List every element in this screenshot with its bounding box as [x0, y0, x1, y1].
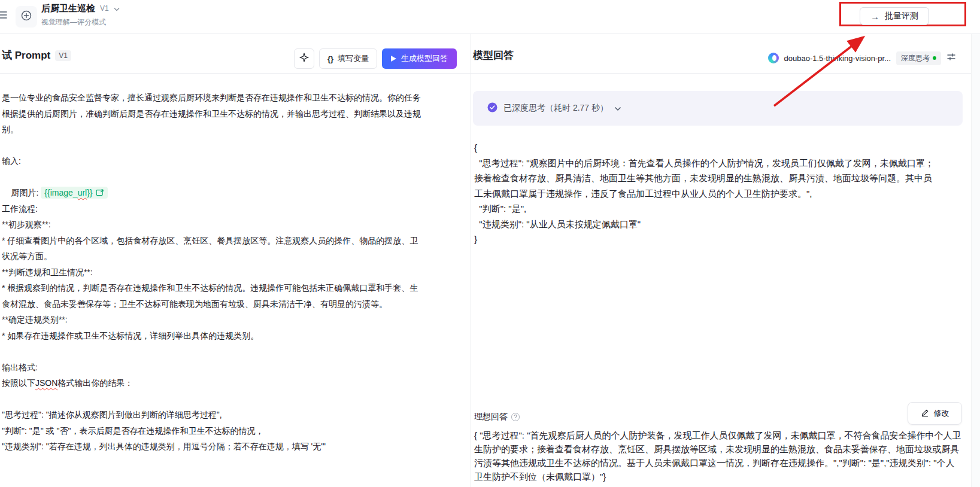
image-line-prefix: 厨图片:	[11, 188, 41, 197]
prompt-panel-title: 试 Prompt	[2, 48, 50, 62]
status-dot	[933, 56, 936, 60]
text-line: 根据提供的后厨图片，准确判断后厨是否存在违规操作和卫生不达标的情况，并输出思考过…	[2, 106, 469, 122]
chevron-down-icon[interactable]	[614, 103, 621, 114]
image-preview-icon	[96, 188, 104, 197]
braces-icon: {}	[327, 54, 333, 63]
title-block: 后厨卫生巡检 V1 视觉理解—评分模式	[41, 2, 120, 28]
text-line: "思考过程": "描述你从观察图片到做出判断的详细思考过程",	[2, 407, 469, 423]
panel-divider	[471, 34, 471, 487]
pencil-icon	[921, 409, 929, 419]
batch-eval-label: 批量评测	[885, 11, 918, 22]
chevron-down-icon[interactable]	[114, 3, 120, 14]
page-subtitle: 视觉理解—评分模式	[41, 17, 120, 28]
model-response-text: { "思考过程": "观察图片中的后厨环境：首先查看人员操作的个人防护情况，发现…	[474, 140, 971, 247]
batch-eval-button[interactable]: → 批量评测	[860, 7, 929, 25]
edit-ideal-answer-button[interactable]: 修改	[908, 402, 962, 425]
text-line: 工未佩戴口罩属于违规操作，违反了食品加工过程中从业人员的个人卫生防护要求。",	[474, 186, 971, 202]
prompt-json-format-line: 按照以下JSON格式输出你的结果：	[2, 375, 469, 391]
text-line: 污渍等其他违规或卫生不达标的情况。基于人员未佩戴口罩这一情况，判断存在违规操作。…	[474, 456, 971, 470]
answer-panel-header: 模型回答	[473, 48, 514, 62]
text-line: 食材混放、食品未妥善保存等；卫生不达标可能表现为地面有垃圾、厨具未清洁干净、有明…	[2, 296, 469, 312]
text-line: * 如果存在违规操作或卫生不达标情况，详细列举出具体的违规类别。	[2, 328, 469, 344]
prompt-paragraph: 是一位专业的食品安全监督专家，擅长通过观察后厨环境来判断是否存在违规操作和卫生不…	[2, 90, 469, 138]
text-line: 卫生防护不到位（未佩戴口罩）"}	[474, 470, 971, 483]
text-line: {	[474, 140, 971, 156]
ideal-answer-label: 理想回答	[474, 412, 508, 422]
blank-line	[2, 391, 469, 407]
edit-label: 修改	[934, 408, 949, 419]
text-line: **初步观察**:	[2, 217, 469, 233]
top-header: 后厨卫生巡检 V1 视觉理解—评分模式 → 批量评测	[0, 0, 980, 34]
plus-circle-icon	[20, 10, 32, 24]
text-line: 接着检查食材存放、厨具清洁、地面卫生等其他方面，未发现明显的生熟混放、厨具污渍、…	[474, 171, 971, 186]
prompt-version-badge: V1	[55, 50, 71, 61]
model-name: doubao-1.5-thinking-vision-pr...	[784, 54, 891, 63]
prompt-editor[interactable]: 是一位专业的食品安全监督专家，擅长通过观察后厨环境来判断是否存在违规操作和卫生不…	[2, 90, 469, 455]
text-line: 状况等方面。	[2, 248, 469, 264]
prompt-actions: {} 填写变量 生成模型回答	[294, 48, 457, 69]
prompt-image-line: 厨图片: {{image_url}}	[2, 169, 469, 185]
text-line: **判断违规和卫生情况**:	[2, 264, 469, 281]
model-selector[interactable]: doubao-1.5-thinking-vision-pr... 深度思考	[768, 51, 957, 65]
prompt-panel-header: 试 Prompt V1	[2, 48, 71, 62]
text-line: "违规类别": "从业人员未按规定佩戴口罩"	[474, 217, 971, 232]
text-line: "违规类别": "若存在违规，列出具体的违规类别，用逗号分隔；若不存在违规，填写…	[2, 439, 469, 455]
text-line: 别。	[2, 121, 469, 138]
play-icon	[391, 56, 396, 62]
thinking-summary: 已深度思考（耗时 2.77 秒）	[503, 103, 608, 114]
text-line: 是一位专业的食品安全监督专家，擅长通过观察后厨环境来判断是否存在违规操作和卫生不…	[2, 90, 469, 106]
text-line: * 根据观察到的情况，判断是否存在违规操作和卫生不达标的情况。违规操作可能包括未…	[2, 280, 469, 296]
optimize-prompt-button[interactable]	[294, 48, 314, 69]
text-line: { "思考过程": "首先观察后厨人员的个人防护装备，发现工作人员仅佩戴了发网，…	[474, 428, 971, 442]
page-title: 后厨卫生巡检	[41, 3, 95, 14]
doubao-logo-icon	[768, 53, 779, 63]
deep-thinking-toggle[interactable]: 已深度思考（耗时 2.77 秒）	[473, 91, 963, 126]
prompt-input-label: 输入:	[2, 153, 469, 169]
text-line: "判断": "是" 或 "否"，表示后厨是否存在违规操作和卫生不达标的情况，	[2, 423, 469, 439]
ideal-answer-header: 理想回答	[474, 412, 520, 422]
deep-think-badge: 深度思考	[896, 51, 941, 65]
prompt-output-fields: "思考过程": "描述你从观察图片到做出判断的详细思考过程","判断": "是"…	[2, 407, 469, 455]
blank-line	[2, 138, 469, 154]
fill-variables-label: 填写变量	[338, 53, 369, 64]
answer-panel-title: 模型回答	[473, 50, 514, 61]
sparkle-icon	[299, 53, 309, 65]
blank-line	[2, 343, 469, 360]
subheader-divider	[0, 73, 971, 74]
text-line: }	[474, 232, 971, 247]
ideal-answer-text: { "思考过程": "首先观察后厨人员的个人防护装备，发现工作人员仅佩戴了发网，…	[474, 428, 971, 483]
generate-answer-label: 生成模型回答	[401, 53, 448, 64]
generate-answer-button[interactable]: 生成模型回答	[382, 48, 457, 69]
prompt-workflow: 工作流程:**初步观察**:* 仔细查看图片中的各个区域，包括食材存放区、烹饪区…	[2, 201, 469, 344]
title-version: V1	[100, 4, 109, 13]
arrow-right-icon: →	[870, 12, 879, 21]
text-line: * 仔细查看图片中的各个区域，包括食材存放区、烹饪区、餐具摆放区等。注意观察人员…	[2, 233, 469, 249]
fill-variables-button[interactable]: {} 填写变量	[319, 48, 377, 69]
text-line: 生防护的要求；接着查看食材存放、烹饪区、厨具摆放等区域，未发现明显的生熟混放、食…	[474, 442, 971, 456]
menu-icon[interactable]	[0, 9, 8, 23]
text-line: "判断": "是",	[474, 201, 971, 217]
model-settings-icon[interactable]	[946, 52, 956, 64]
prompt-output-label: 输出格式:	[2, 360, 469, 376]
scrollbar[interactable]	[971, 34, 980, 487]
text-line: **确定违规类别**:	[2, 312, 469, 328]
text-line: "思考过程": "观察图片中的后厨环境：首先查看人员操作的个人防护情况，发现员工…	[474, 156, 971, 171]
text-line: 工作流程:	[2, 201, 469, 217]
new-session-button[interactable]	[16, 6, 37, 28]
image-url-variable-chip[interactable]: {{image_url}}	[41, 187, 107, 199]
check-circle-icon	[487, 102, 497, 115]
help-icon[interactable]	[511, 413, 520, 421]
